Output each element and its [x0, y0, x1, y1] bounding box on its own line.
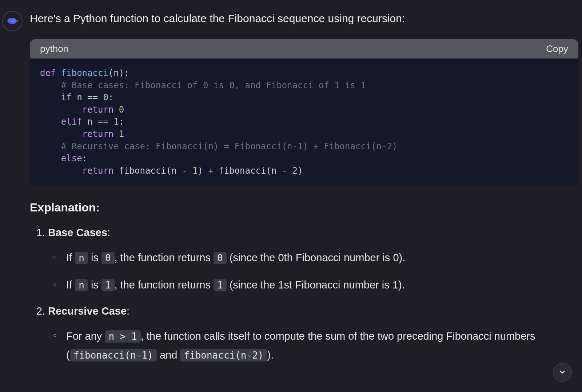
- inline-code: n: [75, 252, 88, 264]
- sub-list: For any n > 1, the function calls itself…: [48, 327, 578, 364]
- code-header: python Copy: [30, 39, 578, 58]
- sub-list-item: If n is 0, the function returns 0 (since…: [66, 248, 578, 267]
- number-zero: 0: [119, 105, 124, 115]
- code-language-label: python: [40, 43, 68, 54]
- whale-icon: [5, 13, 19, 29]
- scroll-down-button[interactable]: [553, 363, 572, 382]
- number-one: 1: [192, 166, 198, 176]
- comment-line: # Base cases: Fibonacci of 0 is 0, and F…: [61, 80, 366, 90]
- inline-code: 1: [214, 279, 227, 291]
- sub-list: If n is 0, the function returns 0 (since…: [48, 248, 578, 294]
- sub-list-item: If n is 1, the function returns 1 (since…: [66, 275, 578, 294]
- explanation-heading: Explanation:: [30, 201, 578, 214]
- paren-open: (: [108, 68, 113, 78]
- inline-code: 1: [101, 279, 115, 291]
- code-block: python Copy def fibonacci(n): # Base cas…: [30, 39, 578, 186]
- list-item-title: Base Cases: [48, 227, 107, 238]
- number-one: 1: [113, 117, 119, 127]
- number-zero: 0: [103, 92, 108, 102]
- inline-code: fibonacci(n-2): [180, 349, 267, 361]
- list-item: Base Cases: If n is 0, the function retu…: [48, 227, 578, 294]
- number-two: 2: [292, 166, 298, 176]
- copy-button[interactable]: Copy: [546, 43, 568, 54]
- keyword-return: return: [82, 129, 114, 139]
- message-content: Here's a Python function to calculate th…: [30, 11, 582, 375]
- assistant-avatar: [2, 11, 23, 31]
- function-name: fibonacci: [56, 68, 108, 78]
- keyword-if: if: [61, 92, 72, 102]
- list-item: Recursive Case: For any n > 1, the funct…: [48, 305, 578, 364]
- param-n: n: [113, 68, 119, 78]
- list-item-title: Recursive Case: [48, 305, 127, 317]
- keyword-elif: elif: [61, 117, 82, 127]
- comment-line: # Recursive case: Fibonacci(n) = Fibonac…: [61, 141, 398, 151]
- chat-message: Here's a Python function to calculate th…: [0, 0, 582, 375]
- svg-point-0: [9, 20, 10, 21]
- inline-code: fibonacci(n-1): [70, 349, 157, 361]
- inline-code: n: [75, 279, 88, 291]
- code-body[interactable]: def fibonacci(n): # Base cases: Fibonacc…: [30, 58, 578, 186]
- inline-code: 0: [101, 252, 115, 264]
- intro-paragraph: Here's a Python function to calculate th…: [30, 11, 578, 26]
- keyword-else: else: [61, 153, 82, 163]
- explanation-list: Base Cases: If n is 0, the function retu…: [30, 227, 578, 364]
- inline-code: 0: [214, 252, 227, 264]
- keyword-def: def: [40, 68, 56, 78]
- number-one: 1: [119, 129, 124, 139]
- sub-list-item: For any n > 1, the function calls itself…: [66, 327, 578, 364]
- paren-close-colon: ):: [119, 68, 129, 78]
- keyword-return: return: [82, 166, 114, 176]
- chevron-down-icon: [558, 368, 567, 377]
- avatar-column: [0, 11, 30, 375]
- inline-code: n > 1: [105, 330, 140, 343]
- keyword-return: return: [82, 105, 114, 115]
